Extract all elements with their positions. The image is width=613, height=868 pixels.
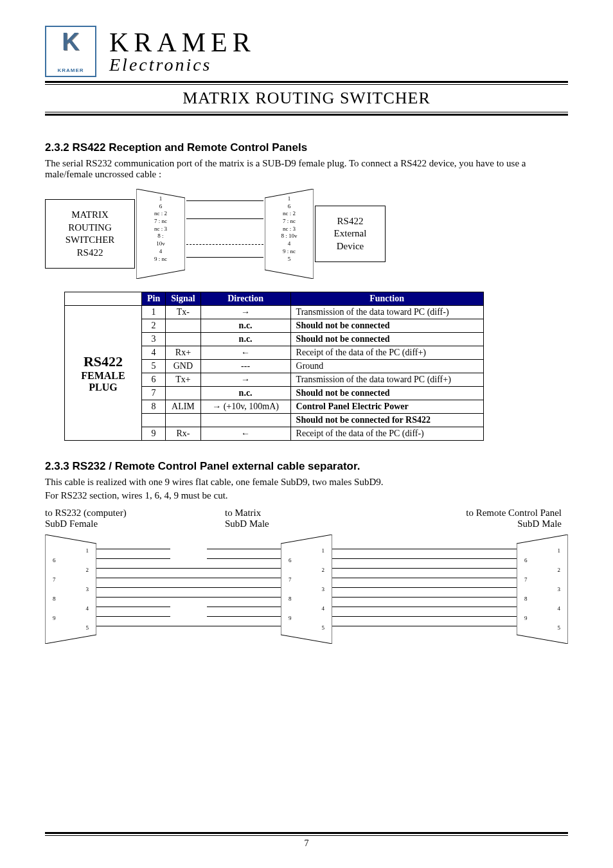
- pin-label: 6: [141, 203, 180, 211]
- matrix-box: MATRIX ROUTING SWITCHER RS422: [45, 199, 135, 269]
- sub-female: SubD Female: [45, 518, 225, 529]
- th-pin: Pin: [142, 292, 166, 306]
- page-title: MATRIX ROUTING SWITCHER: [45, 89, 568, 108]
- pin-label: 4: [270, 240, 308, 248]
- pin-number: 7: [53, 575, 89, 585]
- cell-function: Receipt of the data of the PC (diff-): [290, 427, 483, 441]
- pin-label: 9 : nc: [270, 248, 308, 256]
- label-remote: to Remote Control Panel: [405, 508, 568, 518]
- cell-direction: ←: [200, 427, 290, 441]
- pin-label: 6: [270, 203, 308, 211]
- brand-text: KRAMER Electronics: [109, 29, 256, 74]
- cell-signal: Rx+: [166, 346, 200, 360]
- pin-label: 9 : nc: [141, 256, 180, 263]
- pin-number: 6: [289, 556, 324, 565]
- cell-direction: n.c.: [200, 319, 290, 333]
- cell-function: Transmission of the data toward PC (diff…: [290, 306, 483, 319]
- page-number: 7: [45, 838, 568, 849]
- pin-number: 9: [524, 614, 560, 623]
- cell-function: Should not be connected for RS422: [290, 414, 483, 427]
- pin-label: nc : 2: [270, 210, 308, 218]
- label-matrix: to Matrix: [225, 508, 405, 518]
- pin-number: 4: [289, 604, 324, 614]
- cell-direction: ---: [200, 360, 290, 373]
- cell-function: Should not be connected: [290, 319, 483, 333]
- cell-signal: [166, 414, 200, 427]
- section-233-heading: 2.3.3 RS232 / Remote Control Panel exter…: [45, 460, 568, 473]
- pin-number: 3: [524, 585, 560, 594]
- cell-function: Transmission of the data toward PC (diff…: [290, 373, 483, 387]
- brand-name: KRAMER: [109, 29, 256, 56]
- rs422-device-box: RS422 External Device: [315, 206, 386, 263]
- pin-number: 9: [53, 614, 89, 623]
- pin-number: 8: [289, 594, 324, 604]
- section-233-p1: This cable is realized with one 9 wires …: [45, 477, 568, 488]
- cable-gap: [186, 189, 263, 279]
- connector-male-mid: 162738495: [281, 535, 332, 644]
- section-233-p2: For RS232 section, wires 1, 6, 4, 9 must…: [45, 490, 568, 501]
- cell-pin: 3: [142, 333, 166, 346]
- sub-male2: SubD Male: [405, 518, 568, 529]
- cell-direction: →: [200, 373, 290, 387]
- diag2-sub-labels: SubD Female SubD Male SubD Male: [45, 518, 568, 529]
- pin-number: 7: [524, 575, 560, 585]
- cell-signal: ALIM: [166, 400, 200, 414]
- cable-separator-diagram: 162738495 162738495 162738495: [45, 535, 568, 644]
- cell-function: Should not be connected: [290, 333, 483, 346]
- section-232-para: The serial RS232 communication port of t…: [45, 158, 568, 180]
- cell-direction: ←: [200, 346, 290, 360]
- cell-pin: 8: [142, 400, 166, 414]
- logo: K KRAMER: [45, 26, 96, 77]
- pin-number: 4: [53, 604, 89, 614]
- connector-female: 162738495: [45, 535, 96, 644]
- cell-signal: Rx-: [166, 427, 200, 441]
- sub-male1: SubD Male: [225, 518, 405, 529]
- cell-pin: 1: [142, 306, 166, 319]
- pin-number: 8: [53, 594, 89, 604]
- pin-label: nc : 2: [141, 210, 180, 218]
- footer-rule: [45, 832, 568, 836]
- label-rs232: to RS232 (computer): [45, 508, 225, 518]
- cell-function: Should not be connected: [290, 387, 483, 400]
- pin-number: 6: [524, 556, 560, 565]
- pin-label: 7 : nc: [141, 218, 180, 226]
- pin-number: 9: [289, 614, 324, 623]
- cell-pin: 9: [142, 427, 166, 441]
- header-rule-top: [45, 81, 568, 85]
- pin-number: 2: [524, 565, 560, 575]
- cell-direction: n.c.: [200, 333, 290, 346]
- wires-right: [332, 535, 517, 644]
- connector-right: 16nc : 27 : ncnc : 38 : 10v49 : nc5: [265, 189, 314, 279]
- section-232-heading: 2.3.2 RS422 Reception and Remote Control…: [45, 141, 568, 154]
- cell-signal: [166, 387, 200, 400]
- pin-label: 1: [270, 195, 308, 203]
- pin-label: nc : 3: [141, 226, 180, 233]
- pin-number: 1: [289, 546, 324, 556]
- th-signal: Signal: [166, 292, 200, 306]
- th-direction: Direction: [200, 292, 290, 306]
- cell-signal: [166, 319, 200, 333]
- pin-number: 3: [53, 585, 89, 594]
- pin-number: 7: [289, 575, 324, 585]
- logo-k-icon: K: [62, 30, 79, 54]
- pin-number: 5: [53, 623, 89, 633]
- pin-label: 5: [270, 256, 308, 263]
- cell-pin: 4: [142, 346, 166, 360]
- brand-sub: Electronics: [109, 56, 256, 74]
- row-label: RS422FEMALEPLUG: [65, 306, 142, 441]
- pin-number: 1: [524, 546, 560, 556]
- pin-number: 4: [524, 604, 560, 614]
- pin-table: Pin Signal Direction Function RS422FEMAL…: [64, 292, 484, 441]
- cell-pin: 7: [142, 387, 166, 400]
- cell-pin: 2: [142, 319, 166, 333]
- cell-direction: → (+10v, 100mA): [200, 400, 290, 414]
- pin-number: 2: [289, 565, 324, 575]
- diag2-top-labels: to RS232 (computer) to Matrix to Remote …: [45, 508, 568, 518]
- pin-number: 6: [53, 556, 89, 565]
- pin-number: 1: [53, 546, 89, 556]
- pin-number: 5: [524, 623, 560, 633]
- header-rule-bottom: [45, 112, 568, 116]
- wires-left: [96, 535, 281, 644]
- cell-signal: Tx+: [166, 373, 200, 387]
- pin-label: 4: [141, 248, 180, 256]
